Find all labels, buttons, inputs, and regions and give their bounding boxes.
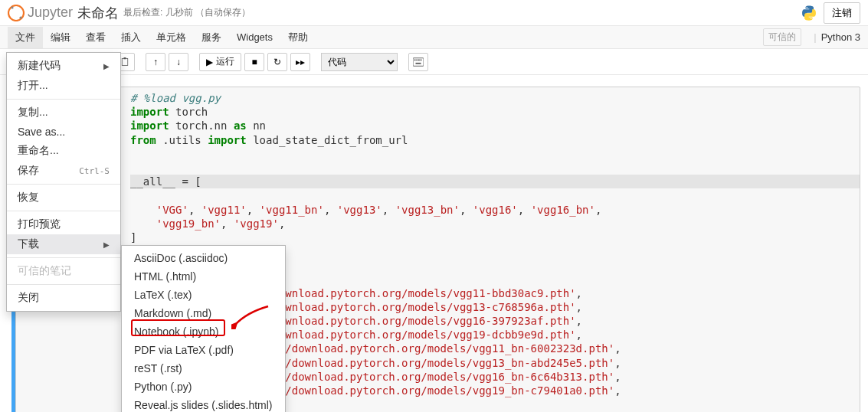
menu-download[interactable]: 下载▶ bbox=[7, 234, 120, 254]
menu-open[interactable]: 打开... bbox=[7, 76, 120, 96]
svg-rect-6 bbox=[124, 57, 126, 59]
download-asciidoc[interactable]: AsciiDoc (.asciidoc) bbox=[122, 249, 285, 267]
svg-rect-11 bbox=[421, 59, 422, 60]
command-palette-button[interactable] bbox=[408, 53, 428, 71]
notebook-name[interactable]: 未命名 bbox=[77, 4, 119, 22]
separator bbox=[7, 211, 120, 211]
menu-trusted-notebook: 可信的笔记 bbox=[7, 261, 120, 281]
download-notebook[interactable]: Notebook (.ipynb) bbox=[122, 322, 285, 341]
menu-rename[interactable]: 重命名... bbox=[7, 141, 120, 161]
logout-button[interactable]: 注销 bbox=[824, 2, 860, 24]
restart-button[interactable]: ↻ bbox=[267, 53, 287, 71]
play-icon: ▶ bbox=[206, 57, 213, 67]
menu-view[interactable]: 查看 bbox=[78, 27, 113, 48]
stop-button[interactable]: ■ bbox=[244, 53, 264, 71]
run-button[interactable]: ▶运行 bbox=[199, 53, 241, 71]
separator bbox=[7, 257, 120, 258]
svg-rect-10 bbox=[418, 59, 420, 60]
menu-copy[interactable]: 复制... bbox=[7, 103, 120, 123]
svg-rect-7 bbox=[413, 57, 424, 66]
svg-rect-5 bbox=[122, 58, 128, 65]
menu-cell[interactable]: 单元格 bbox=[149, 27, 194, 48]
separator bbox=[7, 284, 120, 285]
fast-forward-icon: ▸▸ bbox=[296, 57, 305, 67]
arrow-up-icon: ↑ bbox=[153, 57, 158, 67]
menu-help[interactable]: 帮助 bbox=[280, 27, 316, 48]
checkpoint-status: 最后检查: 几秒前 （自动保存） bbox=[123, 6, 251, 19]
menu-insert[interactable]: 插入 bbox=[113, 27, 149, 48]
keyboard-icon bbox=[413, 57, 424, 67]
download-pdf[interactable]: PDF via LaTeX (.pdf) bbox=[122, 341, 285, 359]
kernel-name[interactable]: Python 3 bbox=[821, 31, 860, 43]
trusted-indicator[interactable]: 可信的 bbox=[763, 28, 801, 46]
separator bbox=[7, 184, 120, 185]
restart-icon: ↻ bbox=[274, 57, 281, 67]
file-dropdown: 新建代码▶ 打开... 复制... Save as... 重命名... 保存Ct… bbox=[6, 52, 121, 312]
move-up-button[interactable]: ↑ bbox=[146, 53, 165, 71]
menu-print-preview[interactable]: 打印预览 bbox=[7, 214, 120, 234]
header: Jupyter 未命名 最后检查: 几秒前 （自动保存） 注销 bbox=[0, 0, 868, 26]
cell-type-select[interactable]: 代码 bbox=[321, 53, 398, 71]
menu-close[interactable]: 关闭 bbox=[7, 288, 120, 308]
menubar: 文件 编辑 查看 插入 单元格 服务 Widgets 帮助 可信的 | Pyth… bbox=[0, 26, 868, 49]
menu-edit[interactable]: 编辑 bbox=[43, 27, 78, 48]
download-reveal[interactable]: Reveal.js slides (.slides.html) bbox=[122, 396, 285, 412]
chevron-right-icon: ▶ bbox=[103, 62, 110, 70]
jupyter-icon bbox=[8, 5, 25, 21]
download-html[interactable]: HTML (.html) bbox=[122, 267, 285, 286]
svg-point-2 bbox=[19, 16, 21, 18]
menu-new[interactable]: 新建代码▶ bbox=[7, 56, 120, 76]
run-label: 运行 bbox=[216, 55, 234, 68]
download-submenu: AsciiDoc (.asciidoc) HTML (.html) LaTeX … bbox=[121, 245, 286, 412]
logo-text: Jupyter bbox=[28, 5, 73, 21]
download-latex[interactable]: LaTeX (.tex) bbox=[122, 286, 285, 304]
move-down-button[interactable]: ↓ bbox=[169, 53, 188, 71]
svg-point-1 bbox=[11, 6, 13, 8]
toolbar: ✚ ✂ ↑ ↓ ▶运行 ■ ↻ ▸▸ 代码 bbox=[0, 49, 868, 75]
menu-widgets[interactable]: Widgets bbox=[229, 28, 280, 47]
menu-save-as[interactable]: Save as... bbox=[7, 123, 120, 141]
menu-save[interactable]: 保存Ctrl-S bbox=[7, 161, 120, 181]
save-shortcut: Ctrl-S bbox=[79, 166, 110, 176]
chevron-right-icon: ▶ bbox=[103, 240, 110, 249]
menu-file[interactable]: 文件 bbox=[8, 27, 43, 48]
menu-revert[interactable]: 恢复 bbox=[7, 188, 120, 208]
separator bbox=[7, 99, 120, 100]
svg-rect-12 bbox=[416, 62, 421, 64]
restart-run-button[interactable]: ▸▸ bbox=[290, 53, 310, 71]
kernel-separator: | bbox=[814, 31, 816, 43]
arrow-down-icon: ↓ bbox=[176, 57, 181, 67]
paste-icon bbox=[120, 57, 129, 67]
svg-rect-9 bbox=[416, 59, 418, 60]
header-right: 注销 bbox=[801, 2, 860, 24]
python-icon bbox=[801, 5, 817, 21]
download-markdown[interactable]: Markdown (.md) bbox=[122, 304, 285, 322]
jupyter-logo[interactable]: Jupyter bbox=[8, 5, 73, 21]
menu-kernel[interactable]: 服务 bbox=[194, 27, 229, 48]
download-rst[interactable]: reST (.rst) bbox=[122, 359, 285, 378]
stop-icon: ■ bbox=[251, 57, 257, 67]
svg-rect-8 bbox=[414, 59, 416, 60]
download-python[interactable]: Python (.py) bbox=[122, 378, 285, 396]
